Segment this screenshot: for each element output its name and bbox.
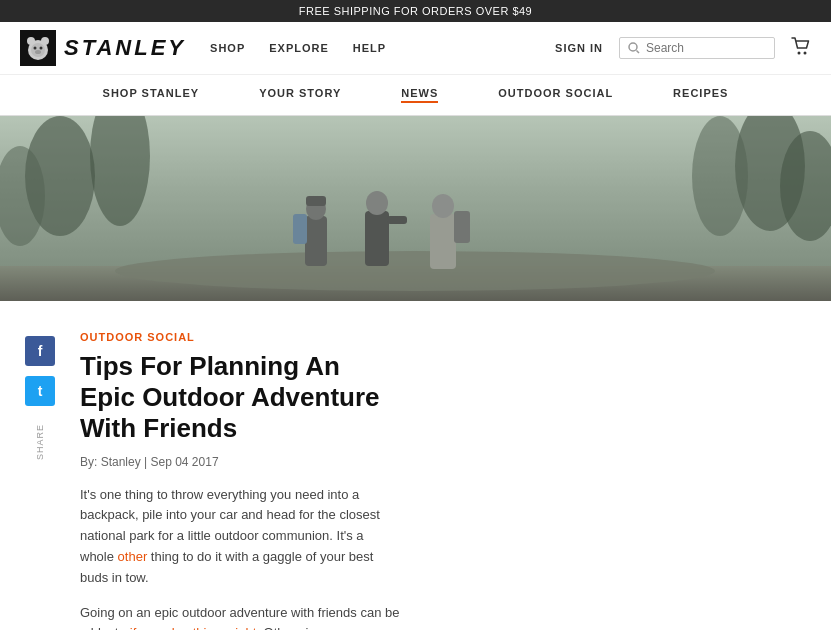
article-date: Sep 04 2017 (151, 455, 219, 469)
secondary-nav: SHOP STANLEY YOUR STORY NEWS OUTDOOR SOC… (0, 75, 831, 116)
nav-outdoor-social[interactable]: OUTDOOR SOCIAL (498, 87, 613, 103)
nav-your-story[interactable]: YOUR STORY (259, 87, 341, 103)
twitter-icon: t (38, 383, 43, 399)
svg-line-9 (637, 51, 640, 54)
header-nav: SHOP EXPLORE HELP (210, 42, 555, 54)
nav-shop-stanley[interactable]: SHOP STANLEY (103, 87, 200, 103)
search-icon (628, 42, 640, 54)
nav-explore[interactable]: EXPLORE (269, 42, 329, 54)
hero-scene-svg (0, 116, 831, 301)
svg-point-5 (34, 47, 37, 50)
svg-point-11 (804, 52, 807, 55)
article-meta: By: Stanley | Sep 04 2017 (80, 455, 400, 469)
article-title: Tips For Planning An Epic Outdoor Advent… (80, 351, 400, 445)
logo-text: STANLEY (64, 35, 186, 61)
share-text: SHARE (35, 424, 45, 460)
nav-help[interactable]: HELP (353, 42, 386, 54)
svg-point-10 (798, 52, 801, 55)
cart-icon[interactable] (791, 37, 811, 59)
svg-point-7 (35, 50, 41, 54)
twitter-share-button[interactable]: t (25, 376, 55, 406)
svg-point-6 (40, 47, 43, 50)
plan-right-link[interactable]: if you plan things right (130, 625, 256, 630)
logo-area[interactable]: STANLEY (20, 30, 186, 66)
sign-in-link[interactable]: SIGN IN (555, 42, 603, 54)
search-input[interactable] (646, 41, 766, 55)
article-author: Stanley (101, 455, 141, 469)
nav-shop[interactable]: SHOP (210, 42, 245, 54)
svg-point-2 (27, 37, 35, 45)
search-bar[interactable] (619, 37, 775, 59)
svg-rect-31 (0, 116, 831, 301)
svg-point-3 (41, 37, 49, 45)
content-area: f t SHARE OUTDOOR SOCIAL Tips For Planni… (0, 301, 831, 630)
nav-recipes[interactable]: RECIPES (673, 87, 728, 103)
header-right: SIGN IN (555, 37, 811, 59)
social-sidebar: f t SHARE (20, 331, 80, 630)
bear-logo-icon (20, 30, 56, 66)
other-link[interactable]: other (118, 549, 148, 564)
facebook-icon: f (38, 343, 43, 359)
article-category: OUTDOOR SOCIAL (80, 331, 400, 343)
main-header: STANLEY SHOP EXPLORE HELP SIGN IN (0, 22, 831, 75)
announcement-bar: FREE SHIPPING FOR ORDERS OVER $49 (0, 0, 831, 22)
article-paragraph-1: It's one thing to throw everything you n… (80, 485, 400, 589)
nav-news[interactable]: NEWS (401, 87, 438, 103)
announcement-text: FREE SHIPPING FOR ORDERS OVER $49 (299, 5, 533, 17)
facebook-share-button[interactable]: f (25, 336, 55, 366)
article-paragraph-2: Going on an epic outdoor adventure with … (80, 603, 400, 630)
article-body: OUTDOOR SOCIAL Tips For Planning An Epic… (80, 331, 400, 630)
hero-image (0, 116, 831, 301)
svg-point-8 (629, 43, 637, 51)
